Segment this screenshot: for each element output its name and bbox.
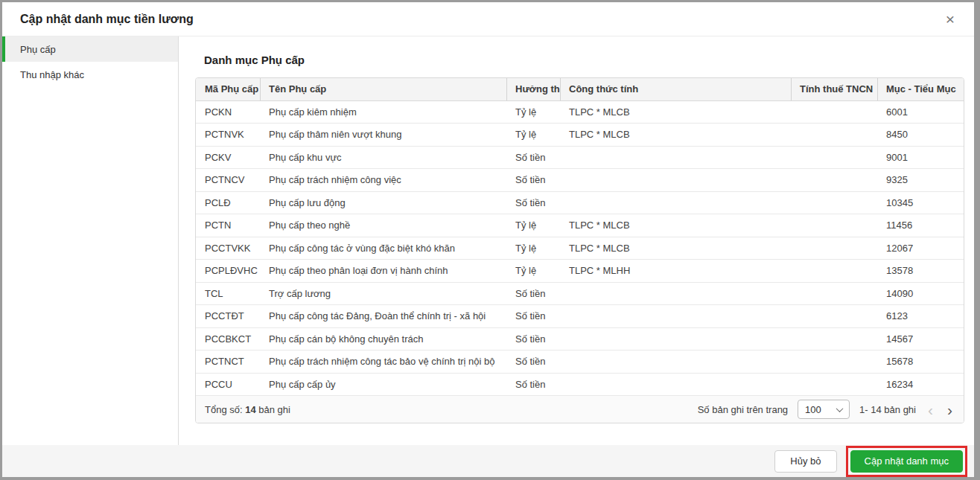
table-row: PCCTVKK Phụ cấp công tác ở vùng đặc biệt… bbox=[196, 237, 964, 260]
cell-section: 11456 bbox=[877, 214, 964, 237]
cell-section: 10345 bbox=[877, 191, 964, 214]
cell-code: PCTNVK bbox=[196, 124, 260, 147]
cell-name: Phụ cấp kiêm nhiệm bbox=[260, 100, 506, 124]
cell-tax bbox=[791, 169, 877, 192]
cell-formula bbox=[560, 373, 791, 396]
column-header-name: Tên Phụ cấp bbox=[260, 78, 506, 100]
cancel-button[interactable]: Hủy bỏ bbox=[774, 450, 836, 473]
close-icon[interactable]: × bbox=[946, 11, 955, 27]
column-header-tax: Tính thuế TNCN bbox=[791, 78, 877, 100]
table-row: PCPLĐVHC Phụ cấp theo phân loại đơn vị h… bbox=[196, 260, 964, 283]
cell-code: PCCTVKK bbox=[196, 237, 260, 260]
sidebar-item-label: Thu nhập khác bbox=[20, 69, 84, 80]
cell-name: Phụ cấp theo nghề bbox=[260, 214, 506, 237]
sidebar-item-phu-cap[interactable]: Phụ cấp bbox=[2, 36, 178, 62]
cell-basis: Tỷ lệ bbox=[506, 237, 560, 260]
cell-name: Phụ cấp cấp ủy bbox=[260, 373, 506, 396]
cell-section: 9001 bbox=[877, 146, 964, 169]
cell-formula: TLPC * MLHH bbox=[560, 260, 791, 283]
cell-section: 6123 bbox=[877, 305, 964, 328]
per-page-label: Số bản ghi trên trang bbox=[698, 404, 788, 415]
cell-tax bbox=[791, 282, 877, 305]
table-row: PCTNCV Phụ cấp trách nhiệm công việc Số … bbox=[196, 169, 964, 192]
update-salary-catalog-dialog: Cập nhật danh mục tiền lương × Phụ cấp T… bbox=[2, 2, 974, 477]
table-row: PCCU Phụ cấp cấp ủy Số tiền 16234 bbox=[196, 373, 964, 396]
per-page-select[interactable]: 100 bbox=[798, 400, 850, 419]
cell-section: 13578 bbox=[877, 260, 964, 283]
next-page-icon[interactable]: › bbox=[945, 402, 955, 417]
cell-tax bbox=[791, 305, 877, 328]
cell-code: PCCU bbox=[196, 373, 260, 396]
cell-code: PCCTĐT bbox=[196, 305, 260, 328]
cell-tax bbox=[791, 100, 877, 124]
cell-basis: Tỷ lệ bbox=[506, 214, 560, 237]
sidebar-item-thu-nhap-khac[interactable]: Thu nhập khác bbox=[2, 62, 178, 87]
table-row: PCTNVK Phụ cấp thâm niên vượt khung Tỷ l… bbox=[196, 124, 964, 147]
main-content: Danh mục Phụ cấp Mã Phụ cấp Tên Phụ cấp … bbox=[179, 36, 974, 445]
table-header-row: Mã Phụ cấp Tên Phụ cấp Hưởng theo Công t… bbox=[196, 78, 964, 100]
cell-code: PCTN bbox=[196, 214, 260, 237]
cell-formula bbox=[560, 351, 791, 374]
dialog-title-bar: Cập nhật danh mục tiền lương × bbox=[2, 2, 974, 36]
cell-formula bbox=[560, 327, 791, 351]
cell-code: PCPLĐVHC bbox=[196, 260, 260, 283]
total-suffix: bản ghi bbox=[256, 404, 290, 415]
cell-formula: TLPC * MLCB bbox=[560, 214, 791, 237]
cell-section: 9325 bbox=[877, 169, 964, 192]
prev-page-icon[interactable]: ‹ bbox=[926, 402, 935, 417]
range-label: 1- 14 bản ghi bbox=[859, 404, 916, 415]
cell-code: PCKV bbox=[196, 146, 260, 169]
table-footer: Tổng số: 14 bản ghi Số bản ghi trên tran… bbox=[196, 396, 964, 423]
cell-basis: Số tiền bbox=[506, 191, 560, 214]
cell-code: PCTNCV bbox=[196, 169, 260, 192]
cell-basis: Tỷ lệ bbox=[506, 260, 560, 283]
table-row: PCTN Phụ cấp theo nghề Tỷ lệ TLPC * MLCB… bbox=[196, 214, 964, 237]
cell-tax bbox=[791, 351, 877, 374]
dialog-body: Phụ cấp Thu nhập khác Danh mục Phụ cấp M… bbox=[2, 36, 974, 445]
sidebar-item-label: Phụ cấp bbox=[20, 44, 56, 55]
cell-formula: TLPC * MLCB bbox=[560, 124, 791, 147]
cell-basis: Số tiền bbox=[506, 305, 560, 328]
table-body: PCKN Phụ cấp kiêm nhiệm Tỷ lệ TLPC * MLC… bbox=[196, 100, 964, 396]
total-prefix: Tổng số: bbox=[205, 404, 245, 415]
sidebar: Phụ cấp Thu nhập khác bbox=[2, 36, 179, 445]
cell-formula: TLPC * MLCB bbox=[560, 237, 791, 260]
column-header-code: Mã Phụ cấp bbox=[196, 78, 260, 100]
cell-formula bbox=[560, 191, 791, 214]
cell-formula bbox=[560, 146, 791, 169]
cell-code: PCLĐ bbox=[196, 191, 260, 214]
cell-section: 8450 bbox=[877, 124, 964, 147]
cell-name: Phụ cấp khu vực bbox=[260, 146, 506, 169]
cell-code: TCL bbox=[196, 282, 260, 305]
cell-tax bbox=[791, 124, 877, 147]
cell-section: 12067 bbox=[877, 237, 964, 260]
table-row: PCCTĐT Phụ cấp công tác Đảng, Đoàn thể c… bbox=[196, 305, 964, 328]
cell-formula: TLPC * MLCB bbox=[560, 100, 791, 124]
dialog-footer: Hủy bỏ Cập nhật danh mục bbox=[2, 445, 974, 477]
table-row: PCKN Phụ cấp kiêm nhiệm Tỷ lệ TLPC * MLC… bbox=[196, 100, 964, 124]
cell-section: 14090 bbox=[877, 282, 964, 305]
table-row: PCTNCT Phụ cấp trách nhiệm công tác bảo … bbox=[196, 351, 964, 374]
dialog-title: Cập nhật danh mục tiền lương bbox=[20, 13, 194, 26]
update-catalog-button[interactable]: Cập nhật danh mục bbox=[850, 450, 963, 473]
cell-formula bbox=[560, 305, 791, 328]
allowance-table: Mã Phụ cấp Tên Phụ cấp Hưởng theo Công t… bbox=[196, 78, 964, 396]
cell-basis: Số tiền bbox=[506, 351, 560, 374]
cell-basis: Số tiền bbox=[506, 169, 560, 192]
cell-tax bbox=[791, 237, 877, 260]
per-page-value: 100 bbox=[805, 404, 821, 415]
cell-basis: Số tiền bbox=[506, 146, 560, 169]
cell-tax bbox=[791, 191, 877, 214]
cell-name: Phụ cấp công tác ở vùng đặc biệt khó khă… bbox=[260, 237, 506, 260]
total-count: 14 bbox=[245, 404, 255, 415]
cell-code: PCKN bbox=[196, 100, 260, 124]
column-header-section: Mục - Tiểu Mục bbox=[877, 78, 964, 100]
cell-section: 15678 bbox=[877, 351, 964, 374]
cell-formula bbox=[560, 282, 791, 305]
table-row: TCL Trợ cấp lương Số tiền 14090 bbox=[196, 282, 964, 305]
cell-name: Trợ cấp lương bbox=[260, 282, 506, 305]
column-header-formula: Công thức tính bbox=[560, 78, 791, 100]
allowance-table-card: Mã Phụ cấp Tên Phụ cấp Hưởng theo Công t… bbox=[195, 77, 964, 423]
table-row: PCCBKCT Phụ cấp cán bộ không chuyên trác… bbox=[196, 327, 964, 351]
table-row: PCLĐ Phụ cấp lưu động Số tiền 10345 bbox=[196, 191, 964, 214]
